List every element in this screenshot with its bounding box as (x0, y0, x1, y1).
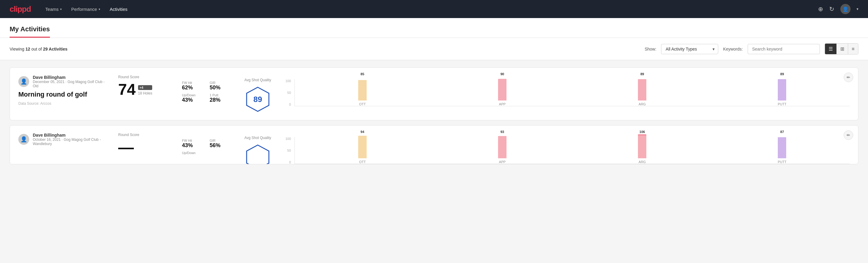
chart-bar-group: 93 APP (435, 130, 570, 164)
list-compact-icon: ☰ (829, 46, 833, 52)
score-number: 74 (118, 82, 136, 97)
y-label-0: 0 (285, 103, 291, 106)
avatar: 👤 (18, 134, 29, 145)
shot-quality-section: Avg Shot Quality 89 (240, 75, 276, 113)
viewing-count-text: Viewing 12 out of 29 Activities (10, 47, 67, 52)
activity-list: 👤 Dave Billingham December 05, 2021 · Go… (0, 60, 868, 172)
user-row: 👤 Dave Billingham December 05, 2021 · Go… (18, 75, 108, 88)
activity-card: 👤 Dave Billingham December 05, 2021 · Go… (10, 67, 858, 120)
stat-item: FW Hit 43% (182, 139, 203, 149)
performance-chevron-icon: ▾ (99, 7, 100, 11)
nav-activities[interactable]: Activities (110, 4, 127, 14)
bar-value: 94 (361, 130, 364, 134)
view-list-button[interactable]: ≡ (848, 43, 858, 54)
stat-item: GIR 56% (210, 139, 230, 149)
user-date: December 05, 2021 · Gog Magog Golf Club … (33, 80, 108, 88)
user-date: October 16, 2021 · Gog Magog Golf Club -… (33, 138, 108, 146)
add-icon[interactable]: ⊕ (818, 5, 823, 12)
score-number: — (118, 139, 134, 155)
bar-category: PUTT (778, 160, 786, 164)
chart-bar-group: 90 APP (435, 72, 570, 106)
bar-category: OTT (359, 102, 366, 106)
person-icon: 👤 (21, 136, 27, 143)
stat-label: GIR (210, 81, 230, 85)
logo[interactable]: clippd (10, 4, 31, 14)
chart-bar-group: 89 ARG (575, 72, 710, 106)
activity-type-select-wrapper[interactable]: All Activity Types (661, 44, 718, 54)
hexagon-container (244, 144, 271, 164)
svg-marker-1 (247, 145, 269, 164)
stat-item: Up/Down (182, 151, 203, 155)
score-badge-col: +4 18 Holes (138, 85, 152, 97)
activity-type-select[interactable]: All Activity Types (661, 44, 718, 54)
card-left: 👤 Dave Billingham October 16, 2021 · Gog… (18, 133, 108, 148)
avatar: 👤 (18, 76, 29, 87)
stat-value: 56% (210, 142, 230, 149)
user-menu-chevron-icon[interactable]: ▾ (857, 7, 858, 11)
y-label-100: 100 (285, 79, 291, 83)
stat-value: 62% (182, 85, 203, 91)
y-label-50: 50 (285, 91, 291, 94)
bar-value: 89 (640, 72, 644, 76)
stat-label: Up/Down (182, 93, 203, 97)
page-title: My Activities (10, 25, 50, 38)
view-list-compact-button[interactable]: ☰ (825, 43, 837, 54)
view-grid-button[interactable]: ⊞ (837, 43, 848, 54)
stat-value: 50% (210, 85, 230, 91)
chart-bars-area: 94 OTT 93 APP (294, 137, 850, 164)
stat-label: GIR (210, 139, 230, 142)
bar-category: APP (499, 160, 505, 164)
bar-category: OTT (359, 160, 366, 164)
user-name: Dave Billingham (33, 133, 108, 138)
edit-button[interactable]: ✏ (844, 130, 853, 140)
activity-card: 👤 Dave Billingham October 16, 2021 · Gog… (10, 125, 858, 164)
pencil-icon: ✏ (847, 75, 850, 80)
list-icon: ≡ (852, 46, 855, 52)
chart-section: 100 50 0 94 OTT 93 (285, 133, 850, 164)
edit-button[interactable]: ✏ (844, 72, 853, 82)
hex-score: 89 (253, 95, 262, 104)
user-row: 👤 Dave Billingham October 16, 2021 · Gog… (18, 133, 108, 146)
stats-section: FW Hit 62% GIR 50% Up/Down 43% 1 Putt 28… (182, 75, 230, 103)
shot-quality-section: Avg Shot Quality (240, 133, 276, 164)
filter-bar: Viewing 12 out of 29 Activities Show: Al… (0, 38, 868, 60)
stat-value: 43% (182, 97, 203, 103)
grid-icon: ⊞ (840, 46, 844, 52)
bar-category: ARG (639, 160, 646, 164)
stat-item (210, 151, 230, 155)
nav-teams[interactable]: Teams ▾ (45, 4, 62, 14)
stat-item: FW Hit 62% (182, 81, 203, 91)
show-label: Show: (645, 47, 656, 52)
stat-item: GIR 50% (210, 81, 230, 91)
hexagon-container: 89 (244, 86, 271, 113)
holes-text: 18 Holes (138, 91, 152, 95)
chart-bar-group: 94 OTT (295, 130, 430, 164)
chart-bar-group: 106 ARG (575, 130, 710, 164)
user-info: Dave Billingham December 05, 2021 · Gog … (33, 75, 108, 88)
chart-bar-group: 87 PUTT (715, 130, 850, 164)
stat-item: 1 Putt 28% (210, 93, 230, 103)
y-label-100: 100 (285, 137, 291, 141)
round-score-section: Round Score — (118, 133, 172, 155)
stat-label: Up/Down (182, 151, 203, 155)
nav-performance[interactable]: Performance ▾ (71, 4, 100, 14)
refresh-icon[interactable]: ↻ (829, 5, 834, 12)
stat-label: 1 Putt (210, 93, 230, 97)
stat-value: 28% (210, 97, 230, 103)
bar-category: ARG (639, 102, 646, 106)
chart-bar-group: 89 PUTT (715, 72, 850, 106)
bar-value: 87 (780, 130, 784, 134)
bar-value: 89 (780, 72, 784, 76)
chart-y-labels: 100 50 0 (285, 137, 292, 164)
y-label-0: 0 (285, 160, 291, 164)
score-display: — (118, 139, 172, 155)
y-label-50: 50 (285, 149, 291, 152)
chart-y-labels: 100 50 0 (285, 79, 292, 106)
keyword-search-input[interactable] (748, 44, 820, 54)
user-avatar-button[interactable]: 👤 (840, 4, 850, 14)
teams-chevron-icon: ▾ (60, 7, 62, 11)
chart-bars-area: 85 OTT 90 APP (294, 79, 850, 106)
round-score-label: Round Score (118, 75, 172, 79)
round-score-section: Round Score 74 +4 18 Holes (118, 75, 172, 97)
card-left: 👤 Dave Billingham December 05, 2021 · Go… (18, 75, 108, 106)
